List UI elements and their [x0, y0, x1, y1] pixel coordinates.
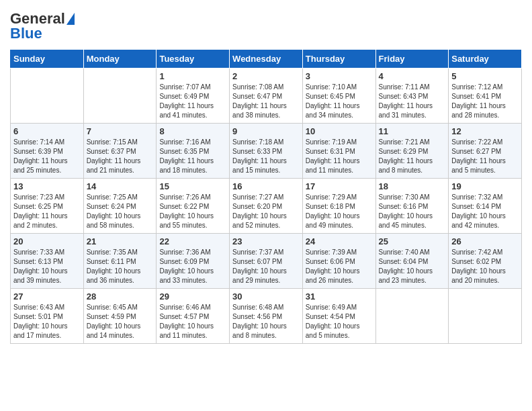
day-number: 27: [13, 291, 81, 302]
calendar-day-cell: 22Sunrise: 7:36 AM Sunset: 6:09 PM Dayli…: [157, 234, 230, 289]
day-number: 6: [13, 126, 81, 136]
calendar-day-cell: 12Sunrise: 7:22 AM Sunset: 6:27 PM Dayli…: [449, 124, 522, 179]
day-info: Sunrise: 7:12 AM Sunset: 6:41 PM Dayligh…: [451, 83, 519, 120]
day-info: Sunrise: 7:16 AM Sunset: 6:35 PM Dayligh…: [159, 138, 226, 175]
calendar-day-cell: [375, 289, 449, 344]
day-number: 22: [159, 236, 226, 246]
day-info: Sunrise: 7:19 AM Sunset: 6:31 PM Dayligh…: [306, 138, 373, 175]
day-info: Sunrise: 7:10 AM Sunset: 6:45 PM Dayligh…: [306, 83, 373, 120]
day-number: 8: [159, 126, 226, 136]
calendar-day-cell: 11Sunrise: 7:21 AM Sunset: 6:29 PM Dayli…: [375, 124, 449, 179]
day-number: 25: [379, 236, 446, 246]
day-number: 2: [232, 71, 300, 81]
calendar-day-cell: 21Sunrise: 7:35 AM Sunset: 6:11 PM Dayli…: [83, 234, 157, 289]
calendar-day-cell: 24Sunrise: 7:39 AM Sunset: 6:06 PM Dayli…: [302, 234, 375, 289]
calendar-day-cell: 8Sunrise: 7:16 AM Sunset: 6:35 PM Daylig…: [157, 124, 230, 179]
day-number: 7: [87, 126, 154, 136]
day-info: Sunrise: 6:45 AM Sunset: 4:59 PM Dayligh…: [87, 303, 154, 340]
day-info: Sunrise: 7:25 AM Sunset: 6:24 PM Dayligh…: [87, 193, 154, 230]
day-info: Sunrise: 7:11 AM Sunset: 6:43 PM Dayligh…: [379, 83, 446, 120]
day-number: 20: [13, 236, 81, 246]
day-number: 12: [451, 126, 519, 136]
day-info: Sunrise: 7:08 AM Sunset: 6:47 PM Dayligh…: [232, 83, 300, 120]
calendar-day-cell: 15Sunrise: 7:26 AM Sunset: 6:22 PM Dayli…: [157, 179, 230, 234]
calendar-day-cell: 30Sunrise: 6:48 AM Sunset: 4:56 PM Dayli…: [230, 289, 303, 344]
day-of-week-header: Wednesday: [230, 50, 303, 68]
day-number: 29: [159, 291, 226, 302]
day-number: 4: [379, 71, 446, 81]
day-info: Sunrise: 7:14 AM Sunset: 6:39 PM Dayligh…: [13, 138, 81, 175]
day-info: Sunrise: 6:43 AM Sunset: 5:01 PM Dayligh…: [13, 303, 81, 340]
day-info: Sunrise: 7:21 AM Sunset: 6:29 PM Dayligh…: [379, 138, 446, 175]
day-info: Sunrise: 7:42 AM Sunset: 6:02 PM Dayligh…: [451, 248, 519, 285]
calendar-day-cell: [11, 68, 84, 124]
day-number: 11: [379, 126, 446, 136]
calendar-day-cell: 14Sunrise: 7:25 AM Sunset: 6:24 PM Dayli…: [83, 179, 157, 234]
calendar-day-cell: 27Sunrise: 6:43 AM Sunset: 5:01 PM Dayli…: [11, 289, 84, 344]
day-info: Sunrise: 7:40 AM Sunset: 6:04 PM Dayligh…: [379, 248, 446, 285]
day-info: Sunrise: 7:30 AM Sunset: 6:16 PM Dayligh…: [379, 193, 446, 230]
day-number: 28: [87, 291, 154, 302]
day-number: 23: [232, 236, 300, 246]
day-number: 14: [87, 181, 154, 191]
calendar-table: SundayMondayTuesdayWednesdayThursdayFrid…: [10, 49, 522, 344]
day-info: Sunrise: 6:49 AM Sunset: 4:54 PM Dayligh…: [306, 303, 373, 340]
calendar-day-cell: 18Sunrise: 7:30 AM Sunset: 6:16 PM Dayli…: [375, 179, 449, 234]
day-info: Sunrise: 7:35 AM Sunset: 6:11 PM Dayligh…: [87, 248, 154, 285]
day-info: Sunrise: 7:18 AM Sunset: 6:33 PM Dayligh…: [232, 138, 300, 175]
calendar-day-cell: [449, 289, 522, 344]
calendar-week-row: 1Sunrise: 7:07 AM Sunset: 6:49 PM Daylig…: [11, 68, 522, 124]
calendar-week-row: 27Sunrise: 6:43 AM Sunset: 5:01 PM Dayli…: [11, 289, 522, 344]
day-info: Sunrise: 7:07 AM Sunset: 6:49 PM Dayligh…: [159, 83, 226, 120]
calendar-day-cell: 25Sunrise: 7:40 AM Sunset: 6:04 PM Dayli…: [375, 234, 449, 289]
day-info: Sunrise: 7:36 AM Sunset: 6:09 PM Dayligh…: [159, 248, 226, 285]
day-of-week-header: Friday: [375, 50, 449, 68]
page-header: General Blue: [10, 10, 522, 42]
calendar-day-cell: 1Sunrise: 7:07 AM Sunset: 6:49 PM Daylig…: [157, 68, 230, 124]
calendar-day-cell: 4Sunrise: 7:11 AM Sunset: 6:43 PM Daylig…: [375, 68, 449, 124]
calendar-day-cell: 3Sunrise: 7:10 AM Sunset: 6:45 PM Daylig…: [302, 68, 375, 124]
day-number: 5: [451, 71, 519, 81]
calendar-week-row: 20Sunrise: 7:33 AM Sunset: 6:13 PM Dayli…: [11, 234, 522, 289]
calendar-day-cell: 16Sunrise: 7:27 AM Sunset: 6:20 PM Dayli…: [230, 179, 303, 234]
calendar-header-row: SundayMondayTuesdayWednesdayThursdayFrid…: [11, 50, 522, 68]
day-number: 19: [451, 181, 519, 191]
logo-triangle-icon: [66, 13, 75, 25]
day-number: 18: [379, 181, 446, 191]
day-info: Sunrise: 7:37 AM Sunset: 6:07 PM Dayligh…: [232, 248, 300, 285]
day-info: Sunrise: 7:27 AM Sunset: 6:20 PM Dayligh…: [232, 193, 300, 230]
logo-text-blue: Blue: [10, 25, 42, 42]
day-number: 15: [159, 181, 226, 191]
day-info: Sunrise: 6:46 AM Sunset: 4:57 PM Dayligh…: [159, 303, 226, 340]
calendar-day-cell: 7Sunrise: 7:15 AM Sunset: 6:37 PM Daylig…: [83, 124, 157, 179]
day-number: 1: [159, 71, 226, 81]
calendar-day-cell: 28Sunrise: 6:45 AM Sunset: 4:59 PM Dayli…: [83, 289, 157, 344]
calendar-day-cell: 5Sunrise: 7:12 AM Sunset: 6:41 PM Daylig…: [449, 68, 522, 124]
calendar-day-cell: [83, 68, 157, 124]
day-of-week-header: Thursday: [302, 50, 375, 68]
calendar-day-cell: 10Sunrise: 7:19 AM Sunset: 6:31 PM Dayli…: [302, 124, 375, 179]
day-number: 26: [451, 236, 519, 246]
day-info: Sunrise: 7:15 AM Sunset: 6:37 PM Dayligh…: [87, 138, 154, 175]
logo: General Blue: [10, 10, 75, 42]
day-number: 31: [306, 291, 373, 302]
day-number: 21: [87, 236, 154, 246]
day-of-week-header: Sunday: [11, 50, 84, 68]
day-info: Sunrise: 7:33 AM Sunset: 6:13 PM Dayligh…: [13, 248, 81, 285]
day-of-week-header: Tuesday: [157, 50, 230, 68]
calendar-week-row: 6Sunrise: 7:14 AM Sunset: 6:39 PM Daylig…: [11, 124, 522, 179]
day-info: Sunrise: 7:23 AM Sunset: 6:25 PM Dayligh…: [13, 193, 81, 230]
calendar-day-cell: 23Sunrise: 7:37 AM Sunset: 6:07 PM Dayli…: [230, 234, 303, 289]
day-number: 17: [306, 181, 373, 191]
day-number: 16: [232, 181, 300, 191]
day-info: Sunrise: 7:26 AM Sunset: 6:22 PM Dayligh…: [159, 193, 226, 230]
day-number: 13: [13, 181, 81, 191]
day-of-week-header: Monday: [83, 50, 157, 68]
day-of-week-header: Saturday: [449, 50, 522, 68]
day-info: Sunrise: 7:32 AM Sunset: 6:14 PM Dayligh…: [451, 193, 519, 230]
day-number: 3: [306, 71, 373, 81]
calendar-day-cell: 2Sunrise: 7:08 AM Sunset: 6:47 PM Daylig…: [230, 68, 303, 124]
calendar-day-cell: 31Sunrise: 6:49 AM Sunset: 4:54 PM Dayli…: [302, 289, 375, 344]
day-number: 24: [306, 236, 373, 246]
day-info: Sunrise: 7:29 AM Sunset: 6:18 PM Dayligh…: [306, 193, 373, 230]
